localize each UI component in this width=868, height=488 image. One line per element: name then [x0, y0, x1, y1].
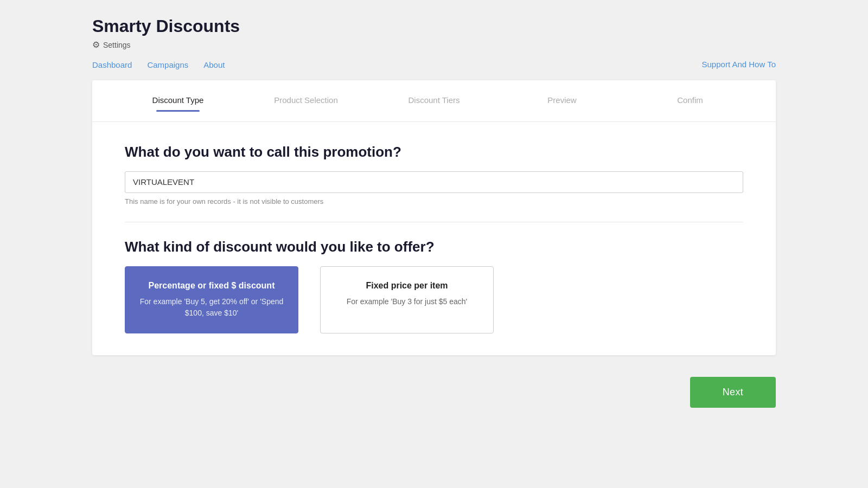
step-product-selection[interactable]: Product Selection — [242, 95, 370, 114]
step-discount-tiers-label: Discount Tiers — [408, 95, 459, 105]
step-confirm-label: Confim — [677, 95, 703, 105]
discount-option-percentage[interactable]: Percentage or fixed $ discount For examp… — [125, 266, 298, 333]
nav-left: Dashboard Campaigns About — [92, 60, 225, 69]
promo-question: What do you want to call this promotion? — [125, 144, 743, 160]
step-discount-type-label: Discount Type — [152, 95, 204, 105]
steps-bar: Discount Type Product Selection Discount… — [92, 80, 776, 122]
discount-option-percentage-title: Percentage or fixed $ discount — [136, 281, 287, 291]
step-discount-type[interactable]: Discount Type — [114, 95, 242, 121]
nav-bar: Dashboard Campaigns About Support And Ho… — [92, 60, 776, 69]
discount-question: What kind of discount would you like to … — [125, 239, 743, 255]
promo-hint: This name is for your own records - it i… — [125, 197, 743, 206]
nav-right: Support And How To — [702, 60, 776, 69]
app-title: Smarty Discounts — [92, 16, 776, 36]
settings-label: Settings — [103, 41, 131, 49]
step-confirm[interactable]: Confim — [626, 95, 754, 114]
settings-link[interactable]: ⚙ Settings — [92, 40, 776, 50]
nav-about[interactable]: About — [203, 60, 225, 69]
section-divider — [125, 222, 743, 222]
next-button[interactable]: Next — [690, 377, 776, 408]
nav-support[interactable]: Support And How To — [702, 60, 776, 69]
promo-input-wrap — [125, 171, 743, 193]
discount-option-fixed-price-desc: For example 'Buy 3 for just $5 each' — [331, 296, 482, 307]
discount-option-fixed-price-title: Fixed price per item — [331, 281, 482, 291]
discount-options: Percentage or fixed $ discount For examp… — [125, 266, 743, 333]
step-underline — [156, 110, 200, 112]
promo-name-input[interactable] — [133, 177, 735, 187]
main-card: Discount Type Product Selection Discount… — [92, 80, 776, 355]
bottom-bar: Next — [92, 371, 776, 413]
discount-option-percentage-desc: For example 'Buy 5, get 20% off' or 'Spe… — [136, 296, 287, 319]
card-content: What do you want to call this promotion?… — [92, 144, 776, 333]
nav-campaigns[interactable]: Campaigns — [147, 60, 188, 69]
step-preview-label: Preview — [547, 95, 576, 105]
step-preview[interactable]: Preview — [498, 95, 626, 114]
nav-dashboard[interactable]: Dashboard — [92, 60, 132, 69]
step-discount-tiers[interactable]: Discount Tiers — [370, 95, 498, 114]
gear-icon: ⚙ — [92, 40, 100, 50]
step-product-selection-label: Product Selection — [274, 95, 338, 105]
discount-option-fixed-price[interactable]: Fixed price per item For example 'Buy 3 … — [320, 266, 494, 333]
